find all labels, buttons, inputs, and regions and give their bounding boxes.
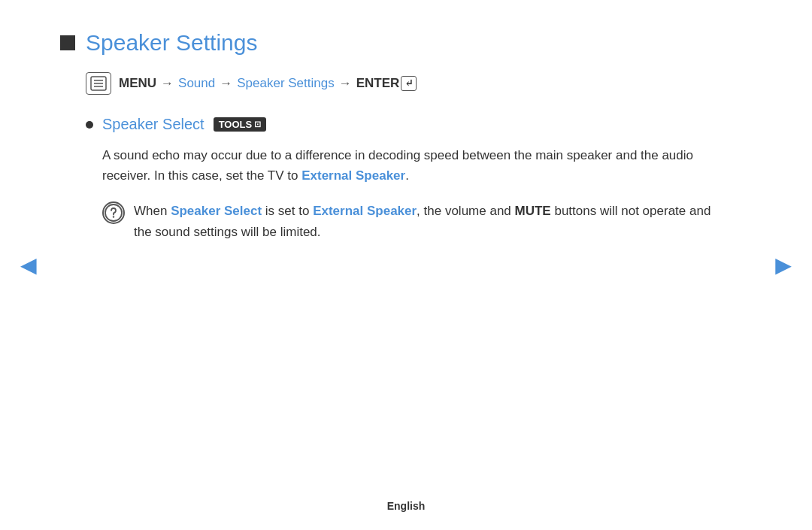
mute-label: MUTE: [515, 204, 551, 218]
breadcrumb: MENU → Sound → Speaker Settings → ENTER …: [86, 72, 752, 95]
title-row: Speaker Settings: [60, 30, 752, 56]
note-external-speaker-link: External Speaker: [313, 204, 417, 218]
note-part1: When: [134, 204, 171, 218]
note-row: When Speaker Select is set to External S…: [102, 201, 719, 241]
enter-label: ENTER ↵: [356, 76, 417, 91]
tools-badge: TOOLS ⊡: [214, 117, 267, 132]
arrow-2: →: [220, 76, 232, 91]
description-text: A sound echo may occur due to a differen…: [102, 145, 719, 186]
title-square-icon: [60, 35, 75, 50]
content-section: Speaker Select TOOLS ⊡ A sound echo may …: [86, 116, 752, 242]
page-title: Speaker Settings: [86, 30, 257, 56]
tools-badge-label: TOOLS: [219, 119, 253, 130]
speaker-select-label: Speaker Select: [102, 116, 205, 133]
speaker-select-row: Speaker Select TOOLS ⊡: [86, 116, 752, 133]
note-icon: [102, 201, 125, 224]
nav-arrow-left[interactable]: ◄: [15, 250, 42, 281]
note-text: When Speaker Select is set to External S…: [134, 201, 719, 241]
note-part3: , the volume and: [417, 204, 514, 218]
arrow-1: →: [161, 76, 174, 91]
note-part2: is set to: [262, 204, 313, 218]
sound-link: Sound: [178, 76, 215, 91]
arrow-3: →: [339, 76, 352, 91]
note-speaker-select-link: Speaker Select: [171, 204, 262, 218]
page-container: Speaker Settings MENU → Sound → Speaker …: [0, 0, 812, 530]
tools-badge-icon: ⊡: [254, 120, 261, 129]
nav-arrow-right[interactable]: ►: [770, 250, 797, 281]
menu-icon: [86, 72, 111, 95]
external-speaker-link: External Speaker: [301, 168, 405, 183]
menu-label: MENU: [119, 76, 156, 91]
speaker-settings-link: Speaker Settings: [237, 76, 334, 91]
enter-icon-box: ↵: [401, 76, 417, 91]
footer-language: English: [387, 500, 426, 512]
bullet-dot-icon: [86, 121, 93, 129]
desc-part2: .: [405, 168, 409, 183]
svg-point-5: [113, 217, 114, 218]
